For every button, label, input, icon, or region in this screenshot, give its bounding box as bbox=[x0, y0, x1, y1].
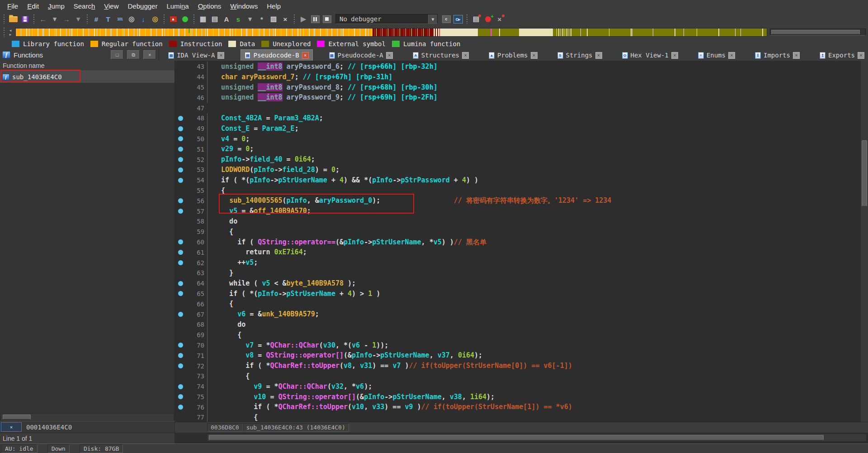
code-line[interactable]: 67 v6 = &unk_140B9A579; bbox=[175, 309, 868, 319]
search-lock-icon[interactable]: ◎ bbox=[150, 14, 160, 24]
jump-binary-icon[interactable]: 101 bbox=[114, 14, 125, 24]
tab-close-icon[interactable]: × bbox=[671, 52, 678, 59]
undefine-icon[interactable]: × bbox=[280, 14, 291, 24]
code-text[interactable]: { bbox=[207, 412, 868, 422]
code-text[interactable]: { bbox=[207, 227, 868, 237]
tab-close-icon[interactable]: × bbox=[302, 52, 309, 59]
code-text[interactable]: Const_4B2A = Param3_4B2A; bbox=[207, 113, 868, 124]
quick-debug-icon[interactable]: c▸ bbox=[453, 14, 463, 24]
code-text[interactable]: if ( *QCharRef::toUpper(v8, v31) == v7 )… bbox=[207, 361, 868, 371]
debugger-options-icon[interactable]: ▤ bbox=[471, 14, 481, 24]
code-line[interactable]: 43 unsigned __int8 aryPassword_6; // [rs… bbox=[175, 62, 868, 72]
code-line[interactable]: 72 if ( *QCharRef::toUpper(v8, v31) == v… bbox=[175, 361, 868, 371]
function-list-item[interactable]: f sub_14036E4C0 bbox=[0, 71, 175, 83]
code-line[interactable]: 54 if ( *(pInfo->pStrUserName + 4) && *(… bbox=[175, 175, 868, 186]
jump-address-icon[interactable]: # bbox=[91, 14, 102, 24]
code-line[interactable]: 58 do bbox=[175, 216, 868, 227]
code-line[interactable]: 65 if ( *(pInfo->pStrUserName + 4) > 1 ) bbox=[175, 289, 868, 299]
tab-close-icon[interactable]: × bbox=[217, 52, 224, 59]
maximize-button[interactable]: □ bbox=[111, 50, 123, 59]
tab-problems[interactable]: ▲Problems× bbox=[485, 50, 541, 61]
dropdown-arrow-icon[interactable]: ▼ bbox=[428, 14, 437, 24]
code-line[interactable]: 73 { bbox=[175, 371, 868, 381]
tab-pseudocode-a[interactable]: ▤Pseudocode-A× bbox=[326, 50, 396, 61]
open-file-icon[interactable] bbox=[8, 14, 19, 24]
code-line[interactable]: 56 sub_140005565(pInfo, &aryPassword_0);… bbox=[175, 196, 868, 206]
code-text[interactable]: { bbox=[207, 330, 868, 340]
code-text[interactable]: v7 = *QChar::QChar(v30, *(v6 - 1)); bbox=[207, 340, 868, 351]
menu-search[interactable]: Search bbox=[69, 1, 100, 11]
code-line[interactable]: 66 { bbox=[175, 299, 868, 309]
float-button[interactable]: ⧉ bbox=[127, 50, 140, 59]
tab-close-icon[interactable]: × bbox=[793, 52, 800, 59]
code-line[interactable]: 48 Const_4B2A = Param3_4B2A; bbox=[175, 113, 868, 124]
edit-icon[interactable]: ▨ bbox=[268, 14, 279, 24]
problems-icon[interactable]: ▲ bbox=[168, 14, 179, 24]
code-text[interactable]: unsigned __int8 aryPassword_6; // [rsp+6… bbox=[207, 62, 868, 72]
code-line[interactable]: 53 LODWORD(pInfo->field_28) = 0; bbox=[175, 165, 868, 175]
menu-help[interactable]: Help bbox=[262, 1, 285, 11]
code-text[interactable]: LODWORD(pInfo->field_28) = 0; bbox=[207, 165, 868, 175]
code-line[interactable]: 74 v9 = *QChar::QChar(v32, *v6); bbox=[175, 381, 868, 392]
code-line[interactable]: 55 { bbox=[175, 186, 868, 196]
code-text[interactable]: Const_E = Param2_E; bbox=[207, 124, 868, 134]
code-text[interactable]: } bbox=[207, 268, 868, 278]
tab-exports[interactable]: ↥Exports× bbox=[816, 50, 868, 61]
code-line[interactable]: 70 v7 = *QChar::QChar(v30, *(v6 - 1)); bbox=[175, 340, 868, 351]
code-text[interactable]: unsigned __int8 aryPassword_8; // [rsp+6… bbox=[207, 82, 868, 93]
menu-lumina[interactable]: Lumina bbox=[162, 1, 193, 11]
code-text[interactable]: if ( *(pInfo->pStrUserName + 4) > 1 ) bbox=[207, 289, 868, 299]
code-line[interactable]: 50 v4 = 0; bbox=[175, 134, 868, 144]
string-type-dropdown-icon[interactable]: ▾ bbox=[245, 14, 255, 24]
code-text[interactable]: sub_140005565(pInfo, &aryPassword_0); //… bbox=[207, 196, 868, 206]
code-vertical-scrollbar[interactable] bbox=[860, 61, 868, 422]
menu-edit[interactable]: Edit bbox=[23, 1, 43, 11]
code-line[interactable]: 69 { bbox=[175, 330, 868, 340]
code-text[interactable]: v4 = 0; bbox=[207, 134, 868, 144]
debug-start-icon[interactable]: ▶ bbox=[298, 14, 309, 24]
navband-zoom-slider[interactable] bbox=[770, 29, 866, 36]
code-line[interactable]: 77 { bbox=[175, 412, 868, 422]
code-text[interactable]: v5 = &off_140B9A570; bbox=[207, 206, 868, 216]
code-text[interactable]: return 0xE7i64; bbox=[207, 247, 868, 257]
tab-hex-view-1[interactable]: OHex View-1× bbox=[618, 50, 682, 61]
code-line[interactable]: 68 do bbox=[175, 319, 868, 330]
tab-enums[interactable]: ≡Enums× bbox=[694, 50, 739, 61]
code-line[interactable]: 71 v8 = QString::operator[](&pInfo->pStr… bbox=[175, 350, 868, 361]
tab-pseudocode-b[interactable]: ▤Pseudocode-B× bbox=[241, 49, 312, 61]
tab-structures[interactable]: AStructures× bbox=[409, 50, 472, 61]
code-text[interactable]: { bbox=[207, 371, 868, 381]
menu-file[interactable]: File bbox=[3, 1, 23, 11]
functions-scrollbar-handle[interactable] bbox=[3, 415, 31, 420]
code-line[interactable]: 47 bbox=[175, 103, 868, 113]
code-text[interactable]: unsigned __int8 aryPassword_9; // [rsp+6… bbox=[207, 92, 868, 103]
code-line[interactable]: 44 char aryPassword_7; // [rsp+67h] [rbp… bbox=[175, 72, 868, 82]
code-text[interactable]: do bbox=[207, 319, 868, 330]
functions-horizontal-scrollbar[interactable] bbox=[0, 413, 174, 421]
code-text[interactable]: if ( *(pInfo->pStrUserName + 4) && *(pIn… bbox=[207, 175, 868, 186]
tab-ida-view-a[interactable]: ▤IDA View-A× bbox=[165, 50, 228, 61]
menu-options[interactable]: Options bbox=[193, 1, 226, 11]
make-name-icon[interactable]: A bbox=[221, 14, 232, 24]
clear-filter-button[interactable]: × bbox=[1, 422, 22, 432]
menu-view[interactable]: View bbox=[99, 1, 123, 11]
navigate-forward-icon[interactable]: → bbox=[61, 14, 72, 24]
code-text[interactable]: char aryPassword_7; // [rsp+67h] [rbp-31… bbox=[207, 72, 868, 82]
make-code-icon[interactable]: ▦ bbox=[198, 14, 208, 24]
navband-slider-handle[interactable] bbox=[771, 30, 860, 34]
code-text[interactable]: v6 = &unk_140B9A579; bbox=[207, 309, 868, 319]
menu-jump[interactable]: Jump bbox=[43, 1, 69, 11]
search-icon[interactable]: ◎ bbox=[126, 14, 137, 24]
code-text[interactable]: while ( v5 < &byte_140B9A578 ); bbox=[207, 278, 868, 289]
debug-pause-icon[interactable] bbox=[310, 14, 321, 24]
code-line[interactable]: 45 unsigned __int8 aryPassword_8; // [rs… bbox=[175, 82, 868, 93]
forward-history-dropdown-icon[interactable]: ▾ bbox=[73, 14, 84, 24]
code-view[interactable]: 43 unsigned __int8 aryPassword_6; // [rs… bbox=[175, 61, 868, 422]
navigate-back-icon[interactable]: ← bbox=[38, 14, 48, 24]
code-text[interactable]: pInfo->field_40 = 0i64; bbox=[207, 154, 868, 165]
make-data-icon[interactable]: ▤ bbox=[209, 14, 220, 24]
code-text[interactable]: v8 = QString::operator[](&pInfo->pStrUse… bbox=[207, 350, 868, 361]
attach-process-icon[interactable]: c bbox=[441, 14, 452, 24]
lumina-status-icon[interactable] bbox=[179, 14, 190, 24]
tab-close-icon[interactable]: × bbox=[858, 52, 864, 59]
